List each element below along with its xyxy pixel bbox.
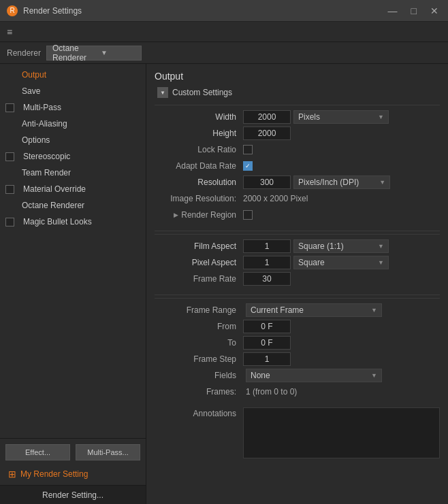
fields-row: Fields None ▼ <box>155 368 440 383</box>
annotations-textarea[interactable] <box>243 407 440 458</box>
minimize-button[interactable]: — <box>385 5 400 16</box>
frames-label: Frames: <box>155 387 243 397</box>
annotations-area: Annotations <box>155 407 440 462</box>
frame-step-input[interactable] <box>243 352 291 366</box>
render-name-icon: ⊞ <box>8 469 16 480</box>
renderer-bar: Renderer Octane Renderer ▼ <box>0 42 448 64</box>
sidebar-checkbox-stereoscopic[interactable] <box>5 152 14 161</box>
to-input[interactable] <box>243 336 291 350</box>
fields-select[interactable]: None ▼ <box>246 369 382 382</box>
from-label: From <box>155 322 243 331</box>
toolbar: ≡ <box>0 22 448 42</box>
sidebar-item-save[interactable]: Save <box>0 83 146 99</box>
sidebar-bottom-buttons: Effect... Multi-Pass... <box>0 438 146 466</box>
renderer-label: Renderer <box>7 48 41 58</box>
sidebar-item-material-override[interactable]: Material Override <box>0 181 146 197</box>
frame-rate-label: Frame Rate <box>155 274 243 284</box>
sidebar-item-octane-renderer[interactable]: Octane Renderer <box>0 197 146 214</box>
image-resolution-label: Image Resolution: <box>161 194 243 203</box>
close-button[interactable]: ✕ <box>428 5 441 16</box>
custom-settings-arrow-icon[interactable]: ▼ <box>157 87 168 98</box>
maximize-button[interactable]: □ <box>409 5 419 16</box>
output-panel: Output ▼ Custom Settings Width Pixels ▼ <box>146 64 448 504</box>
render-region-label-text: Render Region <box>181 210 236 220</box>
width-input[interactable] <box>243 110 291 124</box>
sidebar-item-magic-bullet-looks-label: Magic Bullet Looks <box>8 217 92 226</box>
render-name-text: My Render Setting <box>20 469 88 479</box>
film-aspect-input[interactable] <box>243 239 291 253</box>
lock-ratio-label: Lock Ratio <box>155 145 243 154</box>
image-resolution-value: 2000 x 2000 Pixel <box>243 194 308 203</box>
to-row: To <box>155 335 440 350</box>
lock-ratio-row: Lock Ratio <box>155 142 440 157</box>
frame-range-row: Frame Range Current Frame ▼ <box>155 303 440 318</box>
width-label: Width <box>155 112 243 122</box>
height-row: Height <box>155 126 440 141</box>
pixel-aspect-input[interactable] <box>243 256 291 269</box>
dimensions-section: Width Pixels ▼ Height Lock Ratio <box>155 105 440 228</box>
width-unit-select[interactable]: Pixels ▼ <box>293 110 389 124</box>
app-icon: R <box>7 5 18 16</box>
from-row: From <box>155 319 440 334</box>
frame-rate-input[interactable] <box>243 272 291 286</box>
sidebar-item-output[interactable]: Output <box>0 67 146 83</box>
effect-button[interactable]: Effect... <box>5 444 70 460</box>
sidebar-checkbox-multi-pass[interactable] <box>5 103 14 112</box>
window-title: Render Settings <box>23 6 385 16</box>
title-bar: R Render Settings — □ ✕ <box>0 0 448 22</box>
frames-row: Frames: 1 (from 0 to 0) <box>155 384 440 399</box>
pixel-aspect-unit-select[interactable]: Square ▼ <box>293 256 389 269</box>
adapt-data-rate-row: Adapt Data Rate <box>155 158 440 173</box>
sidebar-item-magic-bullet-looks[interactable]: Magic Bullet Looks <box>0 214 146 230</box>
sidebar-item-multi-pass-label: Multi-Pass <box>8 103 61 112</box>
width-unit-value: Pixels <box>298 112 320 122</box>
sidebar-item-stereoscopic[interactable]: Stereoscopic <box>0 148 146 165</box>
sidebar-item-output-label: Output <box>8 70 46 80</box>
lock-ratio-checkbox[interactable] <box>243 145 253 154</box>
frame-step-row: Frame Step <box>155 352 440 367</box>
adapt-data-rate-label: Adapt Data Rate <box>155 161 243 171</box>
sidebar-item-stereoscopic-label: Stereoscopic <box>8 152 70 161</box>
sidebar-checkbox-magic-bullet-looks[interactable] <box>5 218 14 226</box>
resolution-label: Resolution <box>155 178 243 187</box>
to-label: To <box>155 338 243 348</box>
pixel-aspect-unit-value: Square <box>298 258 325 267</box>
sidebar-checkbox-material-override[interactable] <box>5 185 14 194</box>
render-setting-button[interactable]: Render Setting... <box>42 490 103 500</box>
width-unit-arrow-icon: ▼ <box>378 114 384 120</box>
render-name-row: ⊞ My Render Setting <box>0 466 146 485</box>
multi-pass-button[interactable]: Multi-Pass... <box>76 444 140 460</box>
pixel-aspect-row: Pixel Aspect Square ▼ <box>155 255 440 270</box>
sidebar-item-octane-renderer-label: Octane Renderer <box>8 201 84 210</box>
main-content: Output Save Multi-Pass Anti-Aliasing <box>0 64 448 504</box>
output-title: Output <box>155 71 440 82</box>
sidebar-item-team-render-label: Team Render <box>8 168 71 178</box>
film-aspect-row: Film Aspect Square (1:1) ▼ <box>155 239 440 254</box>
adapt-data-rate-checkbox[interactable] <box>243 161 253 171</box>
image-resolution-row: Image Resolution: 2000 x 2000 Pixel <box>155 191 440 206</box>
frame-rate-row: Frame Rate <box>155 271 440 286</box>
renderer-select[interactable]: Octane Renderer ▼ <box>46 46 142 61</box>
render-region-arrow-icon: ▶ <box>174 212 178 218</box>
render-region-checkbox[interactable] <box>243 210 253 220</box>
sidebar-item-save-label: Save <box>8 86 40 96</box>
render-settings-window: R Render Settings — □ ✕ ≡ Renderer Octan… <box>0 0 448 504</box>
resolution-unit-select[interactable]: Pixels/Inch (DPI) ▼ <box>293 175 390 189</box>
aspect-section: Film Aspect Square (1:1) ▼ Pixel Aspect … <box>155 234 440 292</box>
render-setting-bar: Render Setting... <box>0 485 146 504</box>
resolution-unit-value: Pixels/Inch (DPI) <box>298 178 359 187</box>
resolution-input[interactable] <box>243 175 291 189</box>
frame-range-select[interactable]: Current Frame ▼ <box>246 303 382 317</box>
sidebar-item-options[interactable]: Options <box>0 132 146 148</box>
sidebar-item-team-render[interactable]: Team Render <box>0 165 146 181</box>
sidebar-item-multi-pass[interactable]: Multi-Pass <box>0 99 146 116</box>
sidebar-item-anti-aliasing-label: Anti-Aliasing <box>8 119 67 129</box>
height-input[interactable] <box>243 127 291 140</box>
from-input[interactable] <box>243 320 291 333</box>
resolution-row: Resolution Pixels/Inch (DPI) ▼ <box>155 175 440 190</box>
width-row: Width Pixels ▼ <box>155 110 440 124</box>
hamburger-menu-icon[interactable]: ≡ <box>7 27 12 37</box>
render-region-label: ▶ Render Region <box>155 210 243 220</box>
film-aspect-unit-select[interactable]: Square (1:1) ▼ <box>293 239 389 253</box>
sidebar-item-anti-aliasing[interactable]: Anti-Aliasing <box>0 116 146 132</box>
